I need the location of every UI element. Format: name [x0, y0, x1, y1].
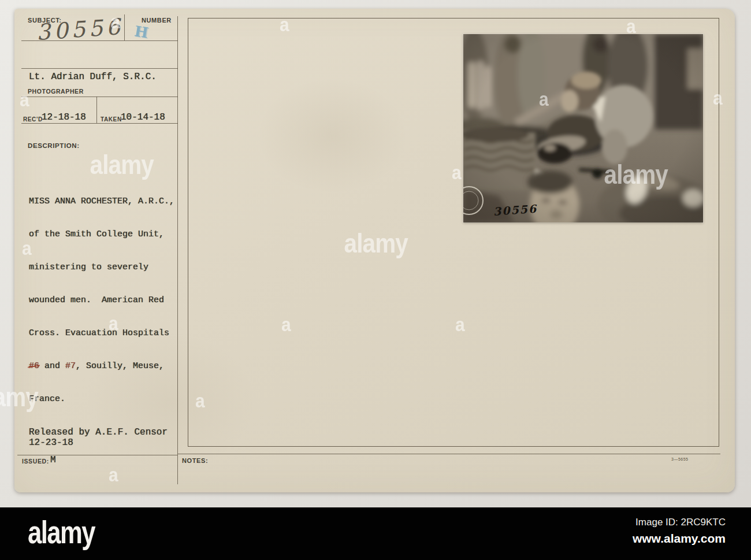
- alamy-url: www.alamy.com: [633, 532, 726, 546]
- photograph-nurse-wounded: 30556: [463, 34, 703, 222]
- hospital-7-redmark: #7: [65, 361, 76, 371]
- divider-line: [17, 455, 177, 455]
- number-label: NUMBER: [142, 17, 172, 24]
- divider-line: [21, 68, 178, 69]
- recd-date: 12-18-18: [42, 112, 86, 123]
- description-line: wounded men. American Red: [29, 295, 174, 306]
- watermark-a: a: [281, 313, 291, 336]
- description-text: MISS ANNA ROCHESTER, A.R.C., of the Smit…: [29, 174, 174, 427]
- divider-line: [21, 40, 178, 41]
- description-label: DESCRIPTION:: [28, 142, 80, 149]
- image-id-text: Image ID: 2RC9KTC: [635, 517, 726, 528]
- description-line: of the Smith College Unit,: [29, 229, 174, 240]
- divider-line: [124, 14, 125, 40]
- divider-line: [96, 97, 97, 123]
- number-stamp-h: H: [133, 23, 150, 41]
- photographer-label: PHOTOGRAPHER: [28, 88, 84, 95]
- watermark-alamy: alamy: [0, 381, 38, 413]
- hospital-6-redmark: #6: [29, 361, 39, 371]
- released-by-censor: Released by A.E.F. Censor: [29, 427, 168, 437]
- stock-photo-canvas: SUBJECT: 30556 NUMBER H Lt. Adrian Duff,…: [0, 0, 751, 560]
- released-date: 12-23-18: [29, 437, 73, 448]
- watermark-a: a: [455, 313, 464, 336]
- alamy-logo: alamy: [28, 513, 95, 551]
- watermark-a: a: [109, 312, 118, 335]
- photographer-name: Lt. Adrian Duff, S.R.C.: [29, 72, 157, 82]
- notes-label: NOTES:: [182, 457, 208, 464]
- column-divider-line: [177, 16, 178, 484]
- watermark-a: a: [110, 10, 120, 33]
- issued-value: M: [50, 455, 56, 465]
- watermark-alamy: alamy: [604, 159, 668, 190]
- watermark-a: a: [713, 87, 722, 109]
- watermark-alamy: alamy: [90, 149, 154, 180]
- recd-label: REC'D: [23, 116, 43, 123]
- alamy-footer-bar: alamy Image ID: 2RC9KTC www.alamy.com: [0, 507, 751, 560]
- description-fragment: , Souilly, Meuse,: [76, 361, 164, 371]
- watermark-a: a: [20, 88, 29, 111]
- divider-line: [21, 97, 178, 97]
- taken-label: TAKEN: [101, 116, 122, 123]
- divider-line: [21, 123, 178, 124]
- photograph-image: 30556: [463, 34, 703, 222]
- watermark-a: a: [626, 15, 635, 38]
- watermark-a: a: [280, 13, 289, 36]
- description-fragment: and: [39, 361, 65, 371]
- watermark-a: a: [195, 390, 205, 412]
- watermark-a: a: [109, 463, 118, 486]
- description-line: Cross. Evacuation Hospitals: [29, 328, 174, 339]
- watermark-a: a: [452, 161, 461, 184]
- form-number: 3—5655: [671, 457, 688, 461]
- watermark-alamy: alamy: [344, 228, 408, 259]
- watermark-a: a: [539, 88, 548, 110]
- description-line: France.: [29, 394, 174, 405]
- issued-label: ISSUED:: [22, 458, 49, 465]
- watermark-a: a: [22, 237, 31, 259]
- description-line: ministering to severely: [29, 262, 174, 273]
- taken-date: 10-14-18: [121, 112, 165, 123]
- divider-line: [178, 454, 720, 454]
- description-line-hospitals: #6 and #7, Souilly, Meuse,: [29, 361, 174, 372]
- description-line: MISS ANNA ROCHESTER, A.R.C.,: [29, 196, 174, 207]
